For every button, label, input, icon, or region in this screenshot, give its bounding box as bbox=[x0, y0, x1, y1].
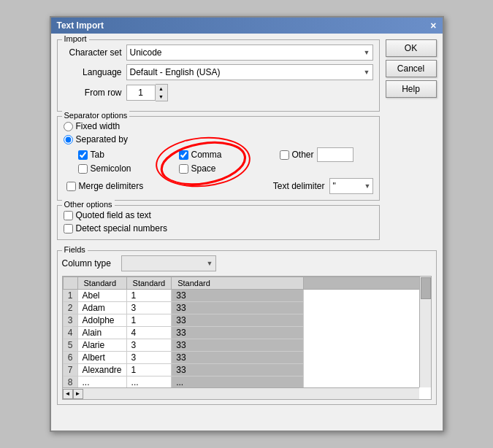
text-delimiter-select[interactable]: " bbox=[329, 178, 373, 194]
merge-delimiters-row: Merge delimiters bbox=[66, 181, 144, 191]
table-row: 7Alexandre133 bbox=[63, 364, 430, 376]
table-cell: Albert bbox=[77, 352, 126, 364]
semicolon-checkbox[interactable] bbox=[78, 164, 88, 174]
fields-section: Fields Column type Standard Standard bbox=[57, 250, 437, 405]
other-options-section: Other options Quoted field as text Detec… bbox=[57, 205, 380, 240]
character-set-select[interactable]: Unicode bbox=[126, 45, 373, 61]
close-button[interactable]: × bbox=[430, 20, 436, 31]
table-row: 6Albert333 bbox=[63, 352, 430, 364]
help-button[interactable]: Help bbox=[386, 80, 437, 98]
table-cell: 7 bbox=[63, 364, 77, 376]
other-text-input[interactable] bbox=[317, 147, 353, 162]
space-checkbox[interactable] bbox=[179, 164, 188, 174]
comma-check-row: Comma bbox=[179, 147, 272, 162]
scroll-right-arrow[interactable]: ► bbox=[73, 389, 83, 399]
text-delimiter-row: Text delimiter " bbox=[273, 178, 373, 194]
dialog-body: Import Character set Unicode Language De… bbox=[51, 34, 443, 250]
header-col1: Standard bbox=[77, 277, 126, 290]
table-cell: 33 bbox=[172, 364, 303, 376]
table-cell: 33 bbox=[172, 314, 303, 327]
merge-delimiters-checkbox[interactable] bbox=[66, 182, 76, 191]
left-panel: Import Character set Unicode Language De… bbox=[57, 39, 380, 244]
table-cell: Adam bbox=[77, 302, 126, 314]
table-row: 1Abel133 bbox=[63, 290, 430, 302]
language-select[interactable]: Default - English (USA) bbox=[126, 64, 373, 80]
other-checkbox[interactable] bbox=[280, 150, 289, 160]
scroll-left-arrow[interactable]: ◄ bbox=[63, 389, 73, 399]
column-type-select-wrapper bbox=[121, 255, 216, 271]
detect-special-row: Detect special numbers bbox=[64, 223, 373, 233]
table-cell: Alain bbox=[77, 327, 126, 339]
table-header-row: Standard Standard Standard bbox=[63, 277, 430, 290]
horizontal-scrollbar[interactable]: ◄ ► bbox=[63, 387, 419, 399]
empty-cell bbox=[280, 163, 373, 174]
tab-check-row: Tab bbox=[78, 147, 172, 162]
comma-checkbox[interactable] bbox=[179, 150, 188, 160]
table-cell: 1 bbox=[126, 314, 172, 327]
quoted-field-checkbox[interactable] bbox=[64, 211, 73, 220]
table-cell: 6 bbox=[63, 352, 77, 364]
table-cell: Abel bbox=[77, 290, 126, 302]
detect-special-label: Detect special numbers bbox=[76, 223, 167, 233]
table-row: 3Adolphe133 bbox=[63, 314, 430, 327]
table-cell: 5 bbox=[63, 339, 77, 352]
table-cell: ... bbox=[77, 376, 126, 389]
character-set-label: Character set bbox=[64, 47, 122, 58]
table-cell: 33 bbox=[172, 302, 303, 314]
import-section-label: Import bbox=[62, 34, 89, 43]
merge-delimiters-label: Merge delimiters bbox=[79, 181, 144, 191]
separator-options-label: Separator options bbox=[62, 111, 130, 120]
space-label: Space bbox=[191, 163, 216, 174]
space-check-row: Space bbox=[179, 163, 272, 174]
table-cell: 33 bbox=[172, 352, 303, 364]
cancel-button[interactable]: Cancel bbox=[386, 60, 437, 77]
text-delimiter-label: Text delimiter bbox=[273, 181, 325, 191]
separated-by-radio[interactable] bbox=[64, 135, 73, 144]
table-row: 2Adam333 bbox=[63, 302, 430, 314]
table-cell: 33 bbox=[172, 339, 303, 352]
table-row: 4Alain433 bbox=[63, 327, 430, 339]
scrollbar-thumb[interactable] bbox=[421, 277, 431, 299]
language-select-wrapper: Default - English (USA) bbox=[126, 64, 373, 80]
import-section: Import Character set Unicode Language De… bbox=[57, 39, 380, 112]
from-row-input[interactable] bbox=[126, 85, 156, 101]
separator-options-section: Separator options Fixed width Separated … bbox=[57, 116, 380, 201]
data-table-container: Standard Standard Standard 1Abel1332Adam… bbox=[62, 276, 432, 400]
column-type-select[interactable] bbox=[121, 255, 216, 271]
right-panel: OK Cancel Help bbox=[386, 39, 437, 244]
table-cell: 3 bbox=[126, 339, 172, 352]
table-cell: Alexandre bbox=[77, 364, 126, 376]
character-set-row: Character set Unicode bbox=[64, 45, 373, 61]
data-table: Standard Standard Standard 1Abel1332Adam… bbox=[63, 277, 431, 389]
text-import-dialog: Text Import × Import Character set Unico… bbox=[50, 16, 444, 432]
header-grey bbox=[303, 277, 430, 290]
fixed-width-radio[interactable] bbox=[64, 122, 73, 131]
ok-button[interactable]: OK bbox=[386, 39, 437, 57]
quoted-field-row: Quoted field as text bbox=[64, 210, 373, 220]
separated-by-label: Separated by bbox=[76, 134, 128, 144]
spinner-up[interactable]: ▲ bbox=[156, 85, 167, 93]
table-cell: 3 bbox=[126, 352, 172, 364]
table-cell: 8 bbox=[63, 376, 77, 389]
semicolon-check-row: Semicolon bbox=[78, 163, 172, 174]
from-row-label: From row bbox=[64, 88, 122, 98]
table-cell: 3 bbox=[126, 302, 172, 314]
table-cell: ... bbox=[172, 376, 303, 389]
table-body: 1Abel1332Adam3333Adolphe1334Alain4335Ala… bbox=[63, 290, 430, 389]
header-col2: Standard bbox=[126, 277, 172, 290]
table-cell: Adolphe bbox=[77, 314, 126, 327]
table-cell: 4 bbox=[126, 327, 172, 339]
tab-checkbox[interactable] bbox=[78, 150, 88, 160]
vertical-scrollbar[interactable] bbox=[419, 277, 431, 387]
dialog-title: Text Import bbox=[57, 20, 104, 31]
fixed-width-row: Fixed width bbox=[64, 121, 373, 131]
tab-label: Tab bbox=[91, 150, 104, 160]
other-label: Other bbox=[292, 150, 314, 160]
detect-special-checkbox[interactable] bbox=[64, 224, 73, 233]
table-row: 5Alarie333 bbox=[63, 339, 430, 352]
quoted-field-label: Quoted field as text bbox=[76, 210, 151, 220]
text-delimiter-select-wrapper: " bbox=[329, 178, 373, 194]
separated-by-row: Separated by bbox=[64, 134, 373, 144]
spinner-down[interactable]: ▼ bbox=[156, 93, 167, 101]
data-table-scroll[interactable]: Standard Standard Standard 1Abel1332Adam… bbox=[63, 277, 431, 399]
